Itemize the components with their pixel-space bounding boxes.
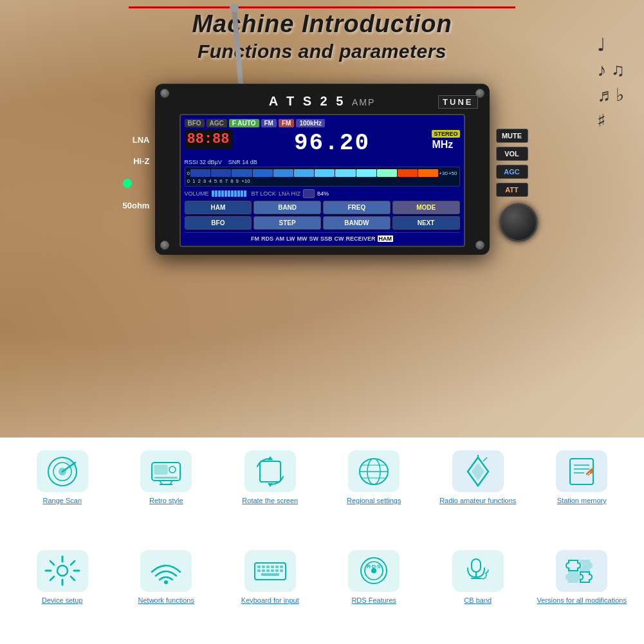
feature-retro-style: Retro style <box>115 445 219 508</box>
band-btn[interactable]: BAND <box>253 201 321 214</box>
svg-rect-37 <box>275 566 279 568</box>
band-row: FM RDS AM LW MW SW SSB CW RECEIVER HAM <box>185 232 460 242</box>
network-functions-label: Network functions <box>138 596 194 605</box>
cb-band-label: CB band <box>464 596 492 605</box>
band-ham-active: HAM <box>378 235 394 242</box>
band-lw: LW <box>286 235 295 242</box>
station-memory-icon-box <box>556 450 607 492</box>
band-mw: MW <box>297 235 307 242</box>
station-memory-label: Station memory <box>557 496 607 505</box>
screw-top-left <box>160 89 169 98</box>
bt-lock-indicator <box>303 189 315 198</box>
band-am: AM <box>275 235 284 242</box>
feature-station-memory: Station memory <box>530 445 634 508</box>
svg-rect-42 <box>271 569 274 572</box>
freq-btn[interactable]: FREQ <box>323 201 391 214</box>
device-setup-icon-box <box>37 550 88 592</box>
bfo-tag: BFO <box>185 119 205 127</box>
svg-rect-5 <box>154 465 167 474</box>
fm-tag: FM <box>261 119 277 127</box>
rotate-screen-label: Rotate the screen <box>242 496 298 505</box>
volume-bt-row: VOLUME BT LOCK LNA HIZ 84% <box>185 189 460 198</box>
khz-tag: 100kHz <box>296 119 324 127</box>
cb-band-icon <box>459 554 497 587</box>
regional-settings-icon-box <box>348 450 400 492</box>
svg-rect-11 <box>260 461 281 482</box>
signal-numbers-row: 0123456789+10 <box>187 178 457 184</box>
rotary-knob[interactable] <box>499 203 538 242</box>
signal-bars <box>190 169 438 177</box>
device-setup-label: Device setup <box>42 596 83 605</box>
status-bar: BFO AGC F AUTO FM FM 100kHz <box>185 119 460 127</box>
svg-rect-33 <box>257 566 261 568</box>
rotate-screen-icon <box>251 455 290 488</box>
rotate-screen-icon-box <box>244 450 296 492</box>
rds-icon: R·D·S <box>354 554 393 587</box>
mode-btn[interactable]: MODE <box>392 201 460 214</box>
right-buttons-area: MUTE VOL AGC ATT <box>496 129 528 197</box>
radio-amateur-icon <box>459 455 497 488</box>
signal-area: 0 <box>185 167 460 187</box>
feature-versions-all: Versions for all modifications <box>530 545 634 607</box>
tune-label: TUNE <box>438 95 477 109</box>
device-model: A T S 2 5 <box>269 94 352 108</box>
ham-btn[interactable]: HAM <box>185 201 252 214</box>
range-scan-icon-box <box>37 450 88 492</box>
radio-amateur-label: Radio amateur functions <box>439 496 516 505</box>
fm2-tag: FM <box>279 119 294 127</box>
radio-device: LNA Hi-Z 50ohm MUTE VOL AGC ATT A T S 2 … <box>155 84 490 255</box>
feature-network-functions: Network functions <box>115 545 219 607</box>
red-line-top <box>129 6 515 8</box>
bandw-btn[interactable]: BANDW <box>323 216 391 230</box>
features-row-2: Device setup Network functions <box>10 545 634 645</box>
snr-value: SNR 14 dB <box>228 159 257 165</box>
volume-label: VOLUME <box>185 190 209 197</box>
battery-percent: 84% <box>317 190 329 197</box>
bottom-section: Range Scan Retro style <box>0 437 644 644</box>
retro-style-icon-box <box>140 450 192 492</box>
att-button[interactable]: ATT <box>496 183 528 197</box>
feature-range-scan: Range Scan <box>10 445 115 508</box>
device-model-suffix: AMP <box>352 97 375 107</box>
bfo-btn[interactable]: BFO <box>185 216 252 230</box>
vol-button[interactable]: VOL <box>496 147 528 161</box>
agc-tag: AGC <box>207 119 227 127</box>
device-title-area: A T S 2 5 AMP TUNE <box>164 94 481 109</box>
rds-label: RDS Features <box>351 596 396 605</box>
frequency-area: 88:88 96.20 STEREO MHz <box>185 130 460 156</box>
svg-rect-43 <box>275 569 279 572</box>
step-btn[interactable]: STEP <box>253 216 321 230</box>
svg-rect-34 <box>262 566 265 568</box>
keyboard-input-icon-box <box>244 550 296 592</box>
svg-point-31 <box>164 580 168 584</box>
rssi-row: RSSI 32 dBμV SNR 14 dB <box>185 159 460 165</box>
svg-rect-44 <box>280 569 283 572</box>
mute-button[interactable]: MUTE <box>496 129 528 143</box>
feature-rotate-screen: Rotate the screen <box>218 445 322 508</box>
frequency-display: 96.20 <box>235 130 430 156</box>
agc-button[interactable]: AGC <box>496 165 528 179</box>
time-display: 88:88 <box>185 130 232 149</box>
stereo-badge: STEREO <box>432 130 459 138</box>
svg-rect-39 <box>257 569 261 572</box>
svg-rect-50 <box>472 559 481 572</box>
retro-style-label: Retro style <box>149 496 183 505</box>
versions-all-icon <box>562 554 601 587</box>
features-row-1: Range Scan Retro style <box>10 445 634 545</box>
svg-line-29 <box>588 474 589 475</box>
feature-rds: R·D·S RDS Features <box>322 545 427 607</box>
bt-label: BT LOCK <box>252 190 276 197</box>
rds-icon-box: R·D·S <box>348 550 400 592</box>
mhz-label: MHz <box>432 139 453 151</box>
fauto-tag: F AUTO <box>229 119 259 127</box>
feature-radio-amateur: Radio amateur functions <box>426 445 530 508</box>
range-scan-label: Range Scan <box>42 496 82 505</box>
regional-settings-label: Regional settings <box>347 496 401 505</box>
volume-bars <box>212 190 246 197</box>
svg-rect-41 <box>266 569 270 572</box>
next-btn[interactable]: NEXT <box>392 216 460 230</box>
left-labels-area: LNA Hi-Z 50ohm <box>123 135 150 210</box>
range-scan-icon <box>43 455 82 488</box>
ohm-label: 50ohm <box>123 201 150 210</box>
network-functions-icon-box <box>140 550 192 592</box>
